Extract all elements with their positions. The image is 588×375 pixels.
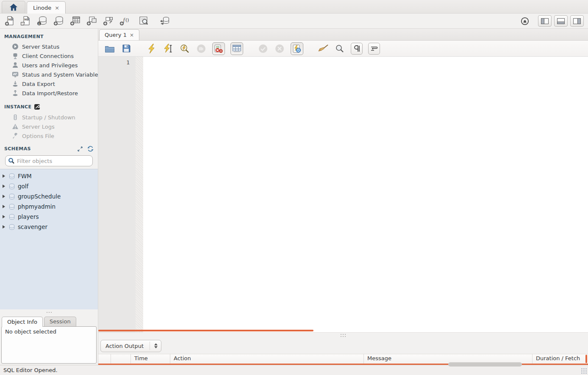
explain-plan-button[interactable] [179, 43, 190, 54]
connection-tab-linode[interactable]: Linode × [27, 1, 66, 14]
schema-inspector-icon[interactable]: i [36, 15, 48, 27]
sidebar-item-data-export[interactable]: Data Export [4, 79, 98, 88]
output-col-status[interactable] [98, 354, 111, 364]
stop-execution-button[interactable] [196, 43, 207, 54]
schema-row-players[interactable]: players [0, 212, 98, 222]
tab-query-1[interactable]: Query 1 × [99, 29, 139, 40]
output-scrollbar-thumb[interactable] [448, 362, 522, 367]
object-info-tab-bar: Object Info Session [0, 315, 98, 326]
filter-objects-input[interactable] [17, 158, 90, 164]
search-icon [8, 157, 15, 164]
expand-arrow-icon[interactable] [3, 185, 5, 188]
server-status-icon [12, 43, 19, 50]
tab-session[interactable]: Session [44, 317, 76, 326]
schema-row-phpmyadmin[interactable]: phpmyadmin [0, 201, 98, 212]
schema-icon [8, 224, 15, 230]
main-toolbar: SQL SQL i f() [0, 14, 588, 29]
sidebar-item-client-connections[interactable]: Client Connections [4, 51, 98, 61]
open-sql-script-icon[interactable]: SQL [20, 15, 32, 27]
create-schema-icon[interactable] [53, 15, 65, 27]
toggle-output-panel-button[interactable] [554, 15, 568, 27]
data-import-icon [12, 90, 19, 97]
sidebar-item-data-import[interactable]: Data Import/Restore [4, 88, 98, 98]
object-info-panel: No object selected [1, 326, 97, 364]
startup-shutdown-icon [12, 114, 19, 121]
expand-arrow-icon[interactable] [3, 174, 5, 178]
instance-section-header: INSTANCE [4, 104, 98, 110]
window-resize-grip[interactable] [581, 368, 587, 374]
sidebar-item-startup-shutdown[interactable]: Startup / Shutdown [4, 113, 98, 122]
search-data-icon[interactable] [138, 15, 150, 27]
sidebar-item-options-file[interactable]: Options File [4, 131, 98, 141]
sidebar-item-users-and-privileges[interactable]: Users and Privileges [4, 61, 98, 70]
query-tab-bar: Query 1 × [98, 29, 588, 41]
sql-text-area[interactable] [143, 57, 588, 332]
toggle-sidebar-button[interactable] [538, 15, 552, 27]
save-script-button[interactable] [121, 43, 132, 54]
svg-text:SQL: SQL [8, 18, 14, 21]
server-logs-icon [12, 123, 19, 130]
schema-row-fwm[interactable]: FWM [0, 171, 98, 181]
output-view-label: Action Output [105, 343, 144, 349]
expand-arrow-icon[interactable] [3, 195, 5, 198]
editor-horizontal-scrollbar[interactable] [98, 330, 313, 331]
client-connections-icon [12, 52, 19, 59]
schema-row-scavenger[interactable]: scavenger [0, 222, 98, 232]
toggle-autocommit-button[interactable] [291, 42, 303, 55]
connection-tab-label: Linode [33, 5, 51, 11]
output-view-selector[interactable]: Action Output [100, 340, 161, 352]
schema-icon [8, 193, 15, 200]
toggle-limit-rows-button[interactable] [230, 42, 243, 55]
toggle-secondary-sidebar-button[interactable] [570, 15, 584, 27]
output-col-index[interactable] [111, 354, 131, 364]
create-view-icon[interactable] [86, 15, 98, 27]
close-icon[interactable]: × [55, 5, 59, 11]
expand-arrow-icon[interactable] [3, 205, 5, 208]
reconnect-dbms-icon[interactable] [159, 15, 171, 27]
output-col-duration[interactable]: Duration / Fetch [533, 354, 588, 364]
open-sql-file-button[interactable] [104, 43, 115, 54]
fold-margin [136, 57, 143, 332]
refresh-schemas-icon[interactable] [87, 146, 94, 152]
expand-arrow-icon[interactable] [3, 225, 5, 229]
create-procedure-icon[interactable] [103, 15, 114, 27]
find-button[interactable] [334, 43, 345, 54]
create-function-icon[interactable]: f() [119, 15, 131, 27]
toggle-invisible-characters-button[interactable] [351, 43, 363, 55]
editor-output-splitter[interactable] [98, 332, 588, 338]
svg-text:SQL: SQL [24, 18, 30, 21]
sidebar-item-status-system-variables[interactable]: Status and System Variables [4, 70, 98, 79]
commit-button[interactable] [258, 43, 269, 54]
schema-row-groupschedule[interactable]: groupSchedule [0, 191, 98, 201]
output-col-action[interactable]: Action [170, 354, 364, 364]
sidebar-splitter[interactable] [0, 309, 98, 315]
schema-icon [8, 214, 15, 220]
output-col-time[interactable]: Time [131, 354, 170, 364]
home-tab[interactable] [2, 1, 25, 13]
mysql-workbench-window: Linode × SQL SQL i [0, 0, 588, 375]
sql-editor-toolbar [98, 41, 588, 57]
tab-object-info[interactable]: Object Info [2, 317, 43, 327]
data-export-icon [12, 80, 19, 87]
rollback-button[interactable] [274, 43, 285, 54]
execute-current-statement-button[interactable] [163, 43, 174, 54]
execute-script-button[interactable] [146, 43, 157, 54]
sidebar-item-server-status[interactable]: Server Status [4, 42, 98, 51]
sidebar-item-server-logs[interactable]: Server Logs [4, 122, 98, 131]
new-sql-tab-icon[interactable]: SQL [4, 15, 16, 27]
expand-schemas-icon[interactable] [77, 146, 83, 152]
notification-icon[interactable] [520, 17, 530, 26]
filter-objects-box[interactable] [5, 155, 93, 166]
sql-editor[interactable]: 1 [98, 57, 588, 332]
output-vertical-scrollbar[interactable] [585, 355, 587, 363]
spinner-arrows-icon [150, 342, 158, 350]
expand-arrow-icon[interactable] [3, 215, 5, 218]
line-number: 1 [126, 59, 130, 66]
toggle-word-wrap-button[interactable] [368, 43, 380, 55]
toggle-stop-on-error-button[interactable] [212, 42, 225, 55]
beautify-script-button[interactable] [318, 43, 329, 54]
create-table-icon[interactable] [69, 15, 81, 27]
schema-row-golf[interactable]: golf [0, 181, 98, 191]
schemas-section-header: SCHEMAS [4, 146, 77, 152]
close-icon[interactable]: × [130, 32, 134, 38]
